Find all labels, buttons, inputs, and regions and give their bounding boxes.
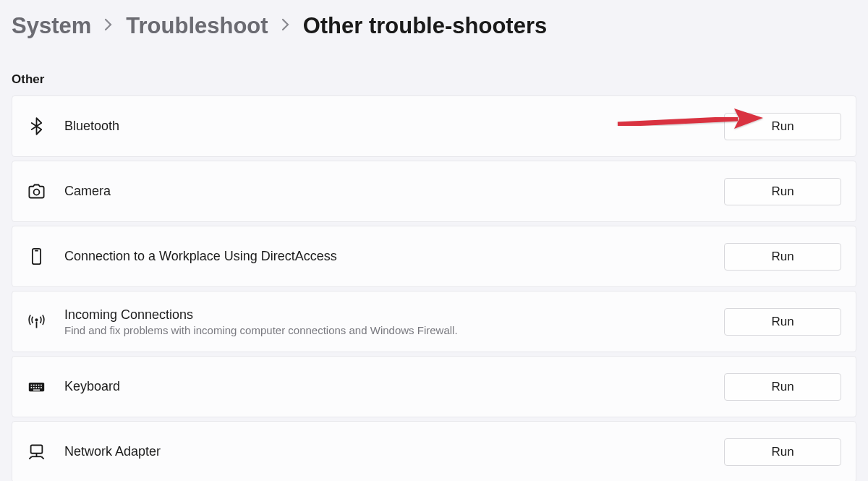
antenna-icon bbox=[27, 312, 64, 331]
svg-rect-12 bbox=[33, 387, 35, 388]
keyboard-icon bbox=[27, 377, 64, 396]
breadcrumb-troubleshoot[interactable]: Troubleshoot bbox=[126, 13, 268, 39]
svg-rect-10 bbox=[41, 385, 42, 386]
troubleshooter-label: Bluetooth bbox=[64, 119, 724, 134]
chevron-right-icon bbox=[281, 18, 290, 35]
svg-rect-6 bbox=[31, 385, 33, 386]
svg-rect-16 bbox=[33, 389, 40, 390]
breadcrumb: System Troubleshoot Other trouble-shoote… bbox=[0, 0, 868, 39]
troubleshooter-label: Incoming Connections bbox=[64, 307, 724, 323]
troubleshooter-text: Connection to a Workplace Using DirectAc… bbox=[64, 249, 724, 264]
troubleshooter-row-camera[interactable]: Camera Run bbox=[12, 161, 856, 222]
svg-rect-14 bbox=[38, 387, 40, 388]
troubleshooter-text: Incoming Connections Find and fix proble… bbox=[64, 307, 724, 336]
troubleshooter-label: Connection to a Workplace Using DirectAc… bbox=[64, 249, 724, 264]
svg-line-21 bbox=[41, 456, 43, 459]
bluetooth-icon bbox=[27, 116, 64, 136]
troubleshooter-label: Keyboard bbox=[64, 379, 724, 394]
run-button-network[interactable]: Run bbox=[724, 438, 841, 466]
camera-icon bbox=[27, 182, 64, 201]
chevron-right-icon bbox=[104, 18, 113, 35]
troubleshooter-row-directaccess[interactable]: Connection to a Workplace Using DirectAc… bbox=[12, 226, 856, 287]
run-button-camera[interactable]: Run bbox=[724, 178, 841, 205]
troubleshooter-desc: Find and fix problems with incoming comp… bbox=[64, 324, 724, 336]
svg-line-20 bbox=[29, 456, 31, 459]
svg-rect-9 bbox=[38, 385, 40, 386]
svg-point-3 bbox=[35, 318, 38, 321]
section-header-other: Other bbox=[0, 39, 868, 95]
svg-rect-13 bbox=[35, 387, 37, 388]
svg-rect-7 bbox=[33, 385, 35, 386]
troubleshooter-text: Camera bbox=[64, 184, 724, 199]
svg-rect-11 bbox=[31, 387, 33, 388]
svg-rect-15 bbox=[41, 387, 42, 388]
troubleshooter-text: Keyboard bbox=[64, 379, 724, 394]
troubleshooter-text: Network Adapter bbox=[64, 444, 724, 459]
troubleshooter-row-bluetooth[interactable]: Bluetooth Run bbox=[12, 95, 856, 157]
svg-rect-17 bbox=[31, 446, 43, 454]
troubleshooter-row-keyboard[interactable]: Keyboard Run bbox=[12, 356, 856, 417]
troubleshooter-label: Camera bbox=[64, 184, 724, 199]
svg-rect-8 bbox=[35, 385, 37, 386]
phone-icon bbox=[27, 247, 64, 266]
run-button-incoming[interactable]: Run bbox=[724, 308, 841, 336]
run-button-directaccess[interactable]: Run bbox=[724, 243, 841, 271]
troubleshooter-row-incoming-connections[interactable]: Incoming Connections Find and fix proble… bbox=[12, 291, 856, 352]
svg-point-0 bbox=[34, 190, 40, 195]
troubleshooter-text: Bluetooth bbox=[64, 119, 724, 134]
network-icon bbox=[27, 442, 64, 461]
run-button-bluetooth[interactable]: Run bbox=[724, 113, 841, 140]
troubleshooter-row-network-adapter[interactable]: Network Adapter Run bbox=[12, 421, 856, 481]
troubleshooter-label: Network Adapter bbox=[64, 444, 724, 459]
run-button-keyboard[interactable]: Run bbox=[724, 373, 841, 401]
breadcrumb-system[interactable]: System bbox=[12, 13, 91, 39]
troubleshooters-list: Bluetooth Run Camera Run Connection to a… bbox=[0, 95, 868, 481]
breadcrumb-current: Other trouble-shooters bbox=[303, 13, 548, 39]
